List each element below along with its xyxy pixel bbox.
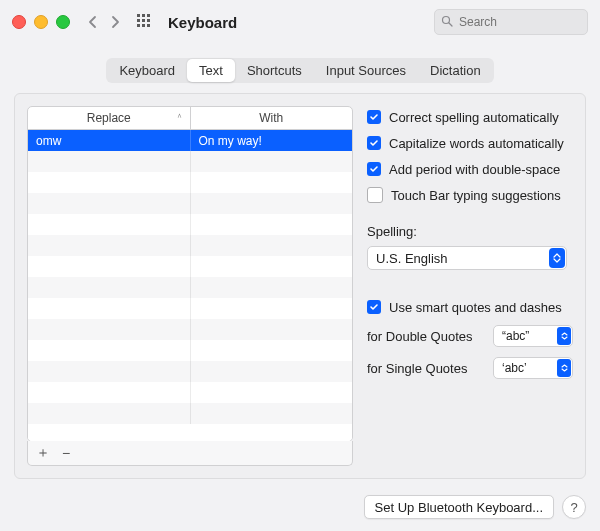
table-row — [28, 340, 352, 361]
svg-rect-8 — [147, 24, 150, 27]
options-panel: Correct spelling automatically Capitaliz… — [367, 106, 573, 466]
bluetooth-keyboard-button[interactable]: Set Up Bluetooth Keyboard... — [364, 495, 554, 519]
svg-rect-6 — [137, 24, 140, 27]
remove-row-button[interactable]: − — [62, 445, 70, 461]
nav-arrows — [88, 15, 120, 29]
tabs-row: Keyboard Text Shortcuts Input Sources Di… — [0, 44, 600, 93]
option-double-space[interactable]: Add period with double-space — [367, 158, 573, 180]
help-button[interactable]: ? — [562, 495, 586, 519]
option-label: Correct spelling automatically — [389, 110, 559, 125]
content-pane: Replace ＾ With omw On my way! — [14, 93, 586, 479]
single-quotes-row: for Single Quotes ‘abc’ — [367, 354, 573, 382]
svg-rect-7 — [142, 24, 145, 27]
chevron-up-down-icon — [557, 327, 571, 345]
cell-with[interactable]: On my way! — [191, 130, 353, 151]
table-row — [28, 193, 352, 214]
table-row — [28, 235, 352, 256]
cell-replace[interactable]: omw — [28, 130, 191, 151]
column-header-replace[interactable]: Replace ＾ — [28, 107, 191, 129]
option-label: Capitalize words automatically — [389, 136, 564, 151]
main-row: Replace ＾ With omw On my way! — [27, 106, 573, 466]
select-value: ‘abc’ — [502, 361, 527, 375]
single-quotes-select[interactable]: ‘abc’ — [493, 357, 573, 379]
svg-rect-5 — [147, 19, 150, 22]
forward-button[interactable] — [111, 15, 120, 29]
checkmark-icon — [367, 110, 381, 124]
traffic-lights — [12, 15, 70, 29]
back-button[interactable] — [88, 15, 97, 29]
select-value: U.S. English — [376, 251, 448, 266]
search-icon — [441, 15, 453, 30]
replacements-table-wrap: Replace ＾ With omw On my way! — [27, 106, 353, 466]
double-quotes-label: for Double Quotes — [367, 329, 485, 344]
column-header-with[interactable]: With — [191, 107, 353, 129]
tab-text[interactable]: Text — [187, 59, 235, 82]
tab-shortcuts[interactable]: Shortcuts — [235, 59, 314, 82]
checkbox-empty-icon — [367, 187, 383, 203]
table-row[interactable]: omw On my way! — [28, 130, 352, 151]
select-value: “abc” — [502, 329, 529, 343]
option-label: Use smart quotes and dashes — [389, 300, 562, 315]
table-row — [28, 172, 352, 193]
add-row-button[interactable]: ＋ — [36, 444, 50, 462]
close-window-button[interactable] — [12, 15, 26, 29]
table-header: Replace ＾ With — [28, 107, 352, 130]
tab-input-sources[interactable]: Input Sources — [314, 59, 418, 82]
column-header-replace-label: Replace — [87, 111, 131, 125]
minimize-window-button[interactable] — [34, 15, 48, 29]
replacements-table: Replace ＾ With omw On my way! — [27, 106, 353, 442]
table-row — [28, 319, 352, 340]
table-row — [28, 214, 352, 235]
table-row — [28, 361, 352, 382]
table-row — [28, 256, 352, 277]
double-quotes-select[interactable]: “abc” — [493, 325, 573, 347]
option-label: Add period with double-space — [389, 162, 560, 177]
option-touch-bar[interactable]: Touch Bar typing suggestions — [367, 184, 573, 206]
double-quotes-row: for Double Quotes “abc” — [367, 322, 573, 350]
window: Keyboard Keyboard Text Shortcuts Input S… — [0, 0, 600, 531]
table-footer: ＋ − — [27, 441, 353, 466]
table-row — [28, 151, 352, 172]
option-correct-spelling[interactable]: Correct spelling automatically — [367, 106, 573, 128]
table-row — [28, 277, 352, 298]
option-capitalize[interactable]: Capitalize words automatically — [367, 132, 573, 154]
table-body[interactable]: omw On my way! — [28, 130, 352, 441]
column-header-with-label: With — [259, 111, 283, 125]
single-quotes-label: for Single Quotes — [367, 361, 485, 376]
spelling-select[interactable]: U.S. English — [367, 246, 567, 270]
show-all-icon[interactable] — [136, 13, 152, 32]
sort-indicator-icon: ＾ — [175, 111, 184, 124]
bottom-bar: Set Up Bluetooth Keyboard... ? — [0, 489, 600, 531]
svg-rect-2 — [147, 14, 150, 17]
chevron-up-down-icon — [549, 248, 565, 268]
option-smart-quotes[interactable]: Use smart quotes and dashes — [367, 296, 573, 318]
zoom-window-button[interactable] — [56, 15, 70, 29]
checkmark-icon — [367, 162, 381, 176]
search-input[interactable] — [457, 14, 581, 30]
svg-rect-3 — [137, 19, 140, 22]
tabs: Keyboard Text Shortcuts Input Sources Di… — [106, 58, 493, 83]
chevron-up-down-icon — [557, 359, 571, 377]
titlebar: Keyboard — [0, 0, 600, 44]
svg-rect-0 — [137, 14, 140, 17]
spelling-label: Spelling: — [367, 224, 573, 239]
table-row — [28, 403, 352, 424]
tab-dictation[interactable]: Dictation — [418, 59, 493, 82]
svg-rect-1 — [142, 14, 145, 17]
checkmark-icon — [367, 300, 381, 314]
svg-point-9 — [443, 16, 450, 23]
table-row — [28, 298, 352, 319]
window-title: Keyboard — [168, 14, 237, 31]
option-label: Touch Bar typing suggestions — [391, 188, 561, 203]
tab-keyboard[interactable]: Keyboard — [107, 59, 187, 82]
search-field[interactable] — [434, 9, 588, 35]
table-row — [28, 382, 352, 403]
checkmark-icon — [367, 136, 381, 150]
svg-rect-4 — [142, 19, 145, 22]
svg-line-10 — [449, 23, 452, 26]
